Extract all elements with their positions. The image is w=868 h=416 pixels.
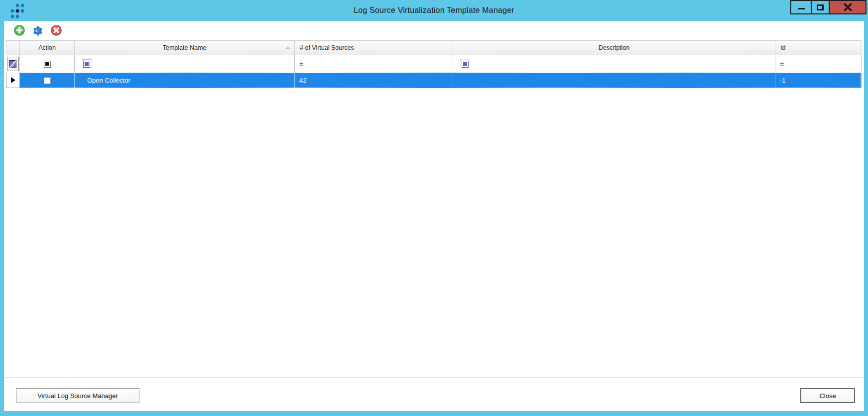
action-filter-checkbox[interactable] [44,61,51,68]
close-button[interactable]: Close [800,388,855,403]
filter-virtual-sources-cell[interactable]: = [295,55,453,73]
add-icon [14,25,25,36]
equals-operator-icon[interactable]: = [295,60,303,68]
grid-data-row: Open Collector 42 -1 [6,73,862,88]
row-indicator-cell [6,73,20,88]
current-row-arrow-icon [11,77,15,83]
templates-grid: Action Template Name # of Virtual Source… [6,40,862,88]
filter-icon [9,60,16,68]
window-controls [791,0,867,14]
description-filter-checkbox[interactable] [462,61,469,68]
column-header-action[interactable]: Action [20,40,75,55]
minimize-button[interactable] [790,0,812,14]
column-header-virtual-sources[interactable]: # of Virtual Sources [295,40,453,55]
table-row-open-collector[interactable]: Open Collector 42 -1 [20,73,862,88]
filter-indicator-cell [6,55,20,73]
maximize-button[interactable] [811,0,830,14]
dialog-window: Log Source Virtualization Template Manag… [0,0,868,416]
toolbar [4,21,864,40]
maximize-icon [817,4,824,10]
add-template-button[interactable] [14,25,25,36]
properties-gear-icon [32,25,43,36]
footer-separator [4,377,864,378]
template-name-filter-checkbox[interactable] [83,61,90,68]
grid-header-row: Action Template Name # of Virtual Source… [6,40,862,55]
checkbox-indeterminate-mark [45,62,49,66]
virtual-log-source-manager-button[interactable]: Virtual Log Source Manager [16,388,139,403]
minimize-icon [798,8,805,9]
grid-filter-row: = = [6,55,862,73]
delete-template-button[interactable] [51,25,62,36]
template-name-cell[interactable]: Open Collector [75,73,295,88]
filter-id-cell[interactable]: = [775,55,862,73]
column-header-description[interactable]: Description [453,40,775,55]
dialog-content: Action Template Name # of Virtual Source… [4,21,864,411]
titlebar[interactable]: Log Source Virtualization Template Manag… [0,0,868,21]
checkbox-indeterminate-mark [463,62,467,66]
edit-filter-button[interactable] [7,57,19,71]
delete-icon [51,25,62,36]
id-cell[interactable]: -1 [775,73,861,88]
filter-template-name-cell[interactable] [75,55,295,73]
equals-operator-icon[interactable]: = [775,60,784,68]
description-cell[interactable] [453,73,775,88]
action-cell[interactable] [20,73,75,88]
filter-action-cell[interactable] [20,55,75,73]
column-header-template-name[interactable]: Template Name [75,40,295,55]
filter-description-cell[interactable] [453,55,775,73]
close-icon [844,3,852,11]
checkbox-indeterminate-mark [85,62,89,66]
action-checkbox[interactable] [44,77,51,84]
column-header-id[interactable]: Id [775,40,862,55]
virtual-sources-cell[interactable]: 42 [295,73,453,88]
sort-ascending-icon [285,46,290,49]
window-title: Log Source Virtualization Template Manag… [0,0,868,21]
grid-indicator-header [6,40,20,55]
close-window-button[interactable] [829,0,867,14]
properties-button[interactable] [32,25,43,36]
